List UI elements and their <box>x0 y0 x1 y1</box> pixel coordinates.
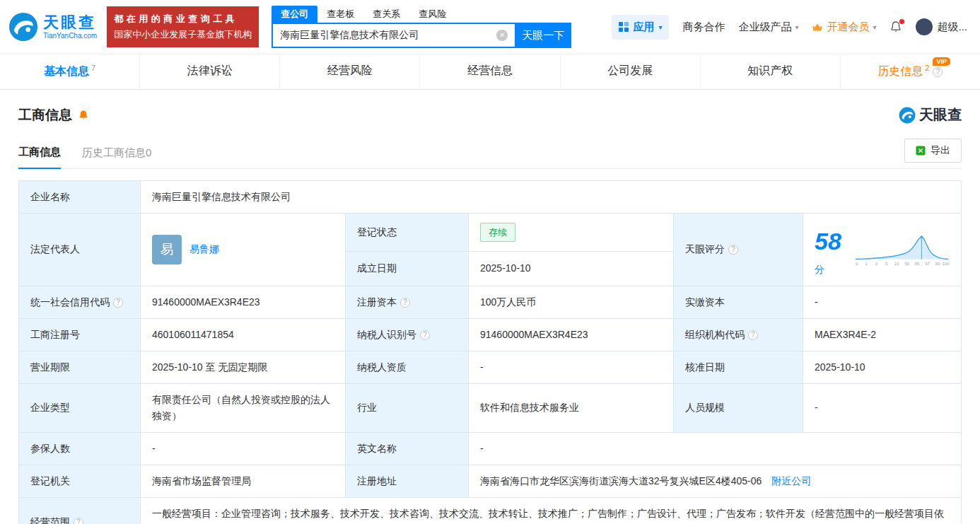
logo-text: 天眼查 TianYanCha.com <box>43 14 97 39</box>
search-tab-company[interactable]: 查公司 <box>272 6 317 23</box>
help-icon[interactable]: ? <box>728 245 738 255</box>
tab-development-label: 公司发展 <box>607 64 653 76</box>
business-term-value: 2025-10-10 至 无固定期限 <box>141 351 346 383</box>
tab-history-label: 历史信息 <box>877 65 923 77</box>
content-brand-icon <box>899 107 916 124</box>
tab-operating-info[interactable]: 经营信息 <box>419 54 559 89</box>
score-label-text: 天眼评分 <box>685 243 725 255</box>
content-brand-logo: 天眼查 <box>899 105 962 124</box>
search-button[interactable]: 天眼一下 <box>515 23 571 48</box>
enterprise-products-link[interactable]: 企业级产品 ▾ <box>738 21 798 34</box>
reg-status-label: 登记状态 <box>346 214 469 251</box>
search-tabs: 查公司 查老板 查关系 查风险 <box>272 6 571 23</box>
open-vip-link[interactable]: 开通会员 ▾ <box>812 21 876 34</box>
subscribe-bell-icon[interactable] <box>78 110 89 121</box>
tab-operating-risk[interactable]: 经营风险 <box>279 54 419 89</box>
search-tab-relation[interactable]: 查关系 <box>363 6 409 23</box>
search-tab-boss[interactable]: 查老板 <box>317 6 363 23</box>
export-label: 导出 <box>931 144 950 157</box>
top-header: 天眼查 TianYanCha.com 都在用的商业查询工具 国家中小企业发展子基… <box>0 0 980 54</box>
search-input[interactable] <box>272 23 515 48</box>
help-icon[interactable]: ? <box>933 67 943 77</box>
svg-text:1: 1 <box>865 262 867 267</box>
tab-history-info[interactable]: VIP 历史信息2? <box>840 54 980 89</box>
help-icon[interactable]: ? <box>74 518 83 524</box>
help-icon[interactable]: ? <box>748 330 758 340</box>
section-title: 工商信息 <box>18 106 72 124</box>
svg-text:15: 15 <box>894 262 899 267</box>
business-info-table: 企业名称 海南巨量引擎信息技术有限公司 法定代表人 易 易鲁娜 登记状态 存续 … <box>18 180 962 524</box>
insured-value: - <box>141 433 346 465</box>
subtab-business-info[interactable]: 工商信息 <box>18 146 61 169</box>
help-icon[interactable]: ? <box>113 298 123 308</box>
score-unit: 分 <box>815 264 824 275</box>
industry-label: 行业 <box>346 383 469 432</box>
tab-company-development[interactable]: 公司发展 <box>560 54 700 89</box>
establish-date-value: 2025-10-10 <box>469 251 674 286</box>
english-name-value: - <box>469 433 962 465</box>
user-name: 超级... <box>937 21 967 34</box>
org-code-label: 组织机构代码? <box>674 318 803 351</box>
insured-label: 参保人数 <box>19 433 141 465</box>
tab-intellectual-property[interactable]: 知识产权 <box>700 54 840 89</box>
legal-rep-label: 法定代表人 <box>19 214 141 286</box>
reg-status-cell: 存续 <box>469 214 674 251</box>
tab-basic-info[interactable]: 基本信息7 <box>0 54 139 89</box>
status-badge: 存续 <box>480 223 515 242</box>
score-cell[interactable]: 58分 0 1 3 5 15 50 85 97 99 <box>803 214 962 286</box>
export-button[interactable]: 导出 <box>904 139 962 163</box>
business-scope-value: 一般经营项目：企业管理咨询；技术服务、技术开发、技术咨询、技术交流、技术转让、技… <box>141 498 962 524</box>
staff-size-label: 人员规模 <box>674 383 803 432</box>
help-icon[interactable]: ? <box>400 298 410 308</box>
apps-grid-icon <box>619 22 629 32</box>
caret-down-icon: ▾ <box>795 23 798 31</box>
table-row: 登记机关 海南省市场监督管理局 注册地址 海南省海口市龙华区滨海街道滨海大道32… <box>19 465 962 498</box>
industry-value: 软件和信息技术服务业 <box>469 383 674 432</box>
biz-cooperation-link[interactable]: 商务合作 <box>682 21 725 34</box>
search-tab-risk[interactable]: 查风险 <box>409 6 455 23</box>
notification-bell-icon[interactable] <box>889 21 902 33</box>
table-row: 法定代表人 易 易鲁娜 登记状态 存续 天眼评分? 58分 <box>19 214 962 251</box>
svg-text:3: 3 <box>875 262 877 267</box>
score-distribution-chart: 0 1 3 5 15 50 85 97 99 100 <box>854 230 950 269</box>
promo-line2: 国家中小企业发展子基金旗下机构 <box>114 27 252 42</box>
reg-number-label: 工商注册号 <box>19 318 141 351</box>
subtab-history-business-info[interactable]: 历史工商信息0 <box>82 146 151 168</box>
help-icon[interactable]: ? <box>420 330 430 340</box>
svg-text:50: 50 <box>904 262 909 267</box>
enterprise-products-label: 企业级产品 <box>738 21 791 34</box>
org-code-value: MAEX3R4E-2 <box>803 318 962 351</box>
taxpayer-id-label: 纳税人识别号? <box>346 318 469 351</box>
credit-code-label: 统一社会信用代码? <box>19 286 141 318</box>
table-row: 统一社会信用代码? 91460000MAEX3R4E23 注册资本? 100万人… <box>19 286 962 318</box>
biz-cooperation-label: 商务合作 <box>682 21 725 34</box>
search-area: 查公司 查老板 查关系 查风险 ✕ 天眼一下 <box>272 6 571 48</box>
taxpayer-quality-label: 纳税人资质 <box>346 351 469 383</box>
nearby-companies-link[interactable]: 附近公司 <box>771 475 811 487</box>
tianyancha-logo[interactable]: 天眼查 TianYanCha.com <box>8 12 97 42</box>
legal-rep-link[interactable]: 易鲁娜 <box>189 241 219 257</box>
legal-rep-cell: 易 易鲁娜 <box>141 214 346 286</box>
section-head: 工商信息 天眼查 <box>18 105 962 124</box>
score-number: 58分 <box>815 221 850 277</box>
tab-legal-litigation[interactable]: 法律诉讼 <box>139 54 279 89</box>
user-menu[interactable]: 超级... <box>916 18 967 35</box>
promo-line1: 都在用的商业查询工具 <box>114 11 252 27</box>
business-scope-label: 经营范围? <box>19 498 141 524</box>
tianyancha-logo-icon <box>8 12 38 42</box>
apps-menu[interactable]: 应用 ▾ <box>612 15 669 40</box>
table-row: 工商注册号 460106011471854 纳税人识别号? 91460000MA… <box>19 318 962 351</box>
content-brand-text: 天眼查 <box>919 105 962 124</box>
english-name-label: 英文名称 <box>346 433 469 465</box>
legal-rep-avatar[interactable]: 易 <box>152 235 182 264</box>
caret-down-icon: ▾ <box>873 23 876 31</box>
tab-legal-label: 法律诉讼 <box>187 64 233 76</box>
approval-date-label: 核准日期 <box>674 351 803 383</box>
tab-ip-label: 知识产权 <box>747 64 793 76</box>
excel-icon <box>916 146 926 156</box>
company-name-label: 企业名称 <box>19 181 141 214</box>
open-vip-label: 开通会员 <box>827 21 869 34</box>
table-row: 参保人数 - 英文名称 - <box>19 433 962 465</box>
tab-history-count: 2 <box>925 64 929 72</box>
paid-capital-value: - <box>803 286 962 318</box>
